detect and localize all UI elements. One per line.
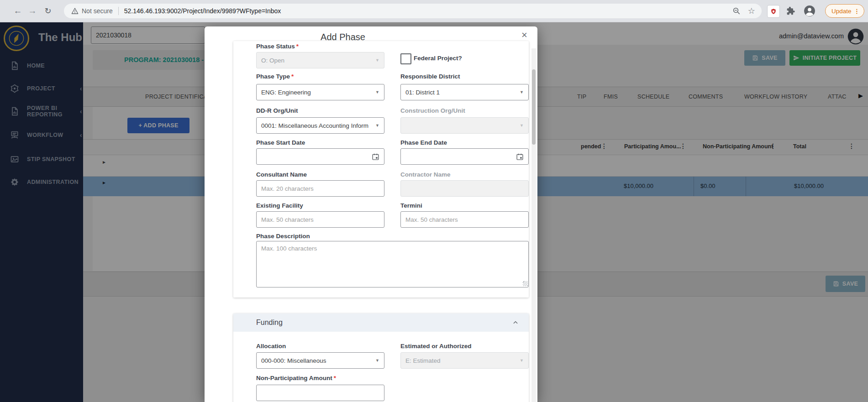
chevron-up-icon[interactable] [512,319,519,326]
ddr-org-unit-select[interactable]: 0001: Miscellaneous Accounting Inform ▼ [256,117,384,134]
url-text: 52.146.46.193:9002/Project/Index/9989?WF… [124,7,281,15]
chevron-down-icon: ▼ [375,58,379,63]
extension-shield-icon[interactable] [767,5,780,18]
phase-status-label: Phase Status* [256,43,299,50]
phase-type-value: ENG: Engineering [261,89,373,96]
phase-end-date-label: Phase End Date [400,139,447,146]
warning-icon [71,7,79,15]
estimated-or-authorized-value: E: Estimated [405,357,517,364]
termini-input[interactable] [400,211,529,228]
browser-menu-kebab-icon[interactable]: ⋮ [854,8,860,15]
responsible-district-label: Responsible District [400,73,460,80]
construction-org-unit-label: Construction Org/Unit [400,107,465,114]
chevron-down-icon: ▼ [520,123,524,128]
label-text: Phase Type [256,73,290,80]
ddr-org-unit-label: DD-R Org/Unit [256,107,298,114]
chevron-down-icon: ▼ [520,358,524,363]
consultant-name-input[interactable] [256,180,384,197]
required-asterisk: * [291,73,294,80]
omnibox-divider [118,7,119,15]
existing-facility-label: Existing Facility [256,202,303,209]
label-text: Phase Status [256,43,295,50]
chevron-down-icon: ▼ [375,358,379,363]
label-text: Non-Participating Amount [256,375,332,381]
chrome-update-button[interactable]: Update ⋮ [825,4,864,18]
bookmark-star-icon[interactable]: ☆ [748,7,755,15]
chevron-down-icon: ▼ [375,123,379,128]
modal-scrollbar-thumb[interactable] [532,69,536,145]
extensions-puzzle-icon[interactable] [786,6,795,16]
required-asterisk: * [296,43,299,50]
termini-label: Termini [400,202,422,209]
contractor-name-input [400,180,529,197]
address-bar[interactable]: Not secure 52.146.46.193:9002/Project/In… [64,4,762,18]
contractor-name-label: Contractor Name [400,171,451,178]
phase-start-date-input[interactable] [256,148,384,165]
zoom-out-icon[interactable] [732,7,741,15]
ddr-org-unit-value: 0001: Miscellaneous Accounting Inform [261,122,373,129]
chevron-down-icon: ▼ [375,90,379,94]
phase-description-textarea[interactable] [256,241,529,287]
required-asterisk: * [334,375,336,381]
browser-back-icon[interactable]: ← [13,0,23,22]
phase-type-select[interactable]: ENG: Engineering ▼ [256,84,384,100]
add-phase-modal: Add Phase × Phase Status* O: Open ▼ Fede… [205,26,537,402]
textarea-resize-grip[interactable] [523,281,528,286]
allocation-label: Allocation [256,343,286,350]
phase-end-date-input[interactable] [400,148,529,165]
browser-profile-avatar[interactable] [804,5,815,17]
non-participating-amount-input[interactable] [256,385,384,401]
phase-status-value: O: Open [261,57,373,64]
security-label: Not secure [82,7,113,15]
phase-type-label: Phase Type* [256,73,294,80]
chevron-down-icon: ▼ [520,90,524,94]
consultant-name-label: Consultant Name [256,171,307,178]
estimated-or-authorized-select: E: Estimated ▼ [400,352,529,369]
browser-toolbar: ← → ↻ Not secure 52.146.46.193:9002/Proj… [0,0,868,22]
construction-org-unit-select: ▼ [400,117,529,134]
update-label: Update [831,8,852,15]
phase-start-date-label: Phase Start Date [256,139,305,146]
responsible-district-value: 01: District 1 [405,89,517,96]
browser-forward-icon[interactable]: → [27,0,37,22]
funding-title: Funding [256,318,283,327]
allocation-select[interactable]: 000-000: Miscellaneous ▼ [256,352,384,369]
browser-reload-icon[interactable]: ↻ [43,0,53,22]
funding-section-header[interactable]: Funding [233,313,529,332]
calendar-icon[interactable] [516,153,524,161]
federal-project-checkbox[interactable] [400,53,411,64]
existing-facility-input[interactable] [256,211,384,228]
phase-description-label: Phase Description [256,233,310,240]
calendar-icon[interactable] [372,153,379,161]
screen: ← → ↻ Not secure 52.146.46.193:9002/Proj… [0,0,868,402]
responsible-district-select[interactable]: 01: District 1 ▼ [400,84,529,100]
close-icon[interactable]: × [521,30,527,40]
non-participating-amount-label: Non-Participating Amount* [256,375,336,381]
federal-project-label: Federal Project? [414,55,462,62]
allocation-value: 000-000: Miscellaneous [261,357,373,364]
estimated-or-authorized-label: Estimated or Authorized [400,343,472,350]
phase-status-select: O: Open ▼ [256,52,384,68]
